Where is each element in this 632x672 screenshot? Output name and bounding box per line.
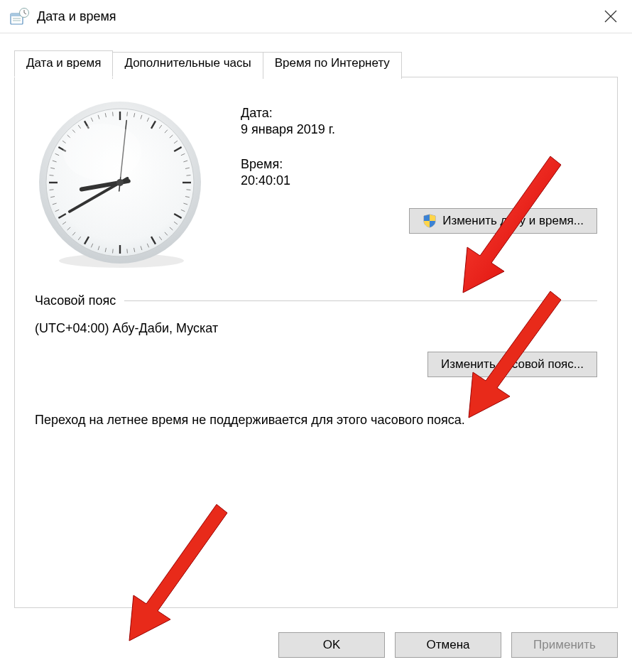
- change-datetime-button[interactable]: Изменить дату и время...: [409, 208, 597, 234]
- svg-point-75: [116, 179, 124, 186]
- svg-line-58: [50, 175, 54, 176]
- timezone-heading: Часовой пояс: [35, 293, 116, 308]
- dialog-footer: OK Отмена Применить: [0, 632, 632, 658]
- tab-bar: Дата и время Дополнительные часы Время п…: [14, 50, 618, 77]
- window-title: Дата и время: [37, 9, 116, 24]
- dst-note: Переход на летнее время не поддерживаетс…: [35, 413, 597, 428]
- svg-line-28: [186, 190, 190, 190]
- svg-point-76: [63, 124, 141, 180]
- shield-icon: [423, 214, 437, 228]
- time-value: 20:40:01: [241, 173, 597, 188]
- svg-line-56: [50, 190, 54, 190]
- time-label: Время:: [241, 157, 597, 172]
- svg-line-43: [113, 249, 114, 253]
- svg-line-13: [127, 112, 128, 116]
- change-timezone-button[interactable]: Изменить часовой пояс...: [427, 352, 597, 377]
- svg-line-71: [113, 112, 114, 116]
- date-value: 9 января 2019 г.: [241, 122, 597, 137]
- close-button[interactable]: [589, 0, 632, 33]
- dialog-pane: Дата и время Дополнительные часы Время п…: [14, 50, 618, 608]
- cancel-button[interactable]: Отмена: [395, 632, 501, 658]
- timezone-value: (UTC+04:00) Абу-Даби, Мускат: [35, 321, 597, 336]
- apply-button[interactable]: Применить: [511, 632, 618, 658]
- datetime-icon: [10, 8, 30, 25]
- change-datetime-label: Изменить дату и время...: [442, 214, 584, 228]
- svg-line-26: [186, 175, 190, 176]
- ok-button[interactable]: OK: [278, 632, 385, 658]
- tab-date-time[interactable]: Дата и время: [14, 50, 113, 77]
- tab-content: Дата: 9 января 2019 г. Время: 20:40:01: [14, 77, 618, 608]
- titlebar: Дата и время: [0, 0, 632, 33]
- divider: [124, 300, 597, 301]
- date-label: Дата:: [241, 106, 597, 121]
- tab-additional-clocks[interactable]: Дополнительные часы: [112, 52, 263, 79]
- tab-internet-time[interactable]: Время по Интернету: [263, 52, 402, 79]
- analog-clock: [35, 99, 205, 269]
- timezone-section-header: Часовой пояс: [35, 293, 597, 308]
- change-timezone-label: Изменить часовой пояс...: [441, 357, 584, 372]
- svg-line-41: [127, 249, 128, 253]
